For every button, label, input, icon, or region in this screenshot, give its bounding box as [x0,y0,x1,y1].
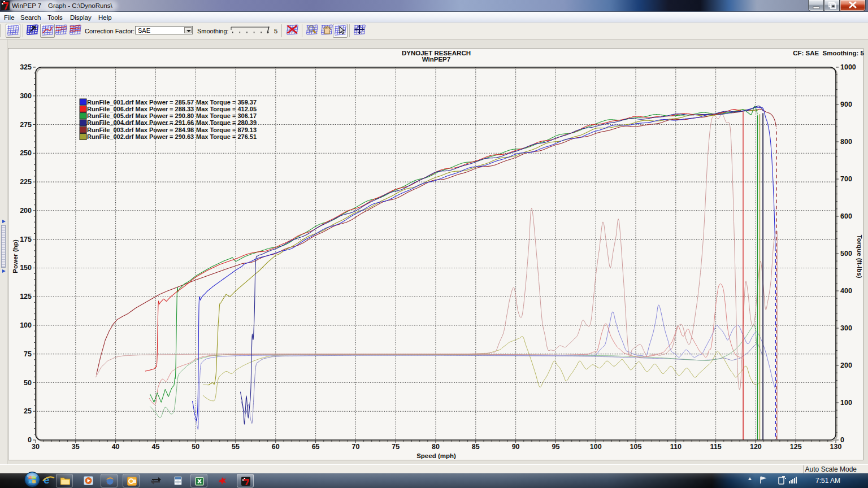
svg-text:90: 90 [512,443,520,451]
svg-text:RunFile_002.drf Max Power = 29: RunFile_002.drf Max Power = 290.63 [87,133,194,140]
svg-text:250: 250 [20,149,32,157]
svg-text:25: 25 [24,407,32,415]
svg-text:95: 95 [552,443,559,451]
svg-text:120: 120 [750,443,762,451]
svg-text:110: 110 [670,443,682,451]
svg-text:Max Torque = 879.13: Max Torque = 879.13 [196,127,257,133]
svg-text:800: 800 [840,138,852,146]
svg-text:105: 105 [630,443,642,451]
svg-text:Max Torque = 359.37: Max Torque = 359.37 [196,99,257,106]
svg-text:65: 65 [312,443,320,451]
svg-text:Power (hp): Power (hp) [12,239,19,273]
svg-text:40: 40 [112,443,120,451]
svg-text:RunFile_005.drf Max Power = 29: RunFile_005.drf Max Power = 290.80 [87,112,194,119]
svg-text:100: 100 [840,399,852,407]
svg-text:45: 45 [151,443,159,451]
svg-text:150: 150 [20,264,32,272]
svg-text:60: 60 [272,443,280,451]
svg-text:Speed (mph): Speed (mph) [416,452,456,459]
svg-text:75: 75 [392,443,400,451]
svg-text:RunFile_003.drf Max Power = 28: RunFile_003.drf Max Power = 284.98 [87,127,194,133]
svg-text:Max Torque = 412.05: Max Torque = 412.05 [196,106,257,112]
svg-text:275: 275 [20,121,32,129]
svg-text:85: 85 [472,443,480,451]
svg-text:75: 75 [24,350,32,358]
svg-text:300: 300 [20,92,32,100]
svg-text:0: 0 [28,436,32,444]
svg-text:600: 600 [840,212,852,220]
svg-text:CF: SAE Smoothing: 5: CF: SAE Smoothing: 5 [793,50,864,56]
svg-text:Max Torque = 280.39: Max Torque = 280.39 [196,119,257,126]
svg-text:55: 55 [232,443,240,451]
svg-text:Max Torque = 276.51: Max Torque = 276.51 [196,133,257,140]
svg-text:RunFile_006.drf Max Power = 28: RunFile_006.drf Max Power = 288.33 [87,106,194,112]
svg-text:125: 125 [790,443,802,451]
svg-text:500: 500 [840,250,852,258]
svg-text:50: 50 [192,443,199,451]
svg-text:200: 200 [840,361,852,369]
svg-text:130: 130 [830,443,842,451]
svg-text:70: 70 [351,443,359,451]
svg-text:100: 100 [590,443,602,451]
svg-text:115: 115 [710,443,722,451]
svg-text:200: 200 [20,207,32,215]
svg-text:400: 400 [840,287,852,295]
svg-text:100: 100 [20,321,32,329]
svg-text:35: 35 [72,443,80,451]
svg-text:125: 125 [20,293,32,300]
svg-text:900: 900 [840,101,852,108]
svg-text:30: 30 [32,443,40,451]
svg-text:WinPEP7: WinPEP7 [422,56,450,63]
svg-text:RunFile_004.drf Max Power = 29: RunFile_004.drf Max Power = 291.66 [87,119,194,126]
svg-text:80: 80 [432,443,440,451]
svg-text:1000: 1000 [840,63,856,71]
svg-text:700: 700 [840,175,852,183]
svg-text:300: 300 [840,324,852,332]
svg-text:50: 50 [24,379,32,387]
svg-text:325: 325 [20,63,32,71]
svg-text:175: 175 [20,236,32,243]
svg-text:RunFile_001.drf Max Power = 28: RunFile_001.drf Max Power = 285.57 [87,99,194,106]
svg-text:Max Torque = 306.17: Max Torque = 306.17 [196,112,257,119]
svg-text:Torque (ft-lbs): Torque (ft-lbs) [856,234,863,278]
svg-text:225: 225 [20,178,32,186]
